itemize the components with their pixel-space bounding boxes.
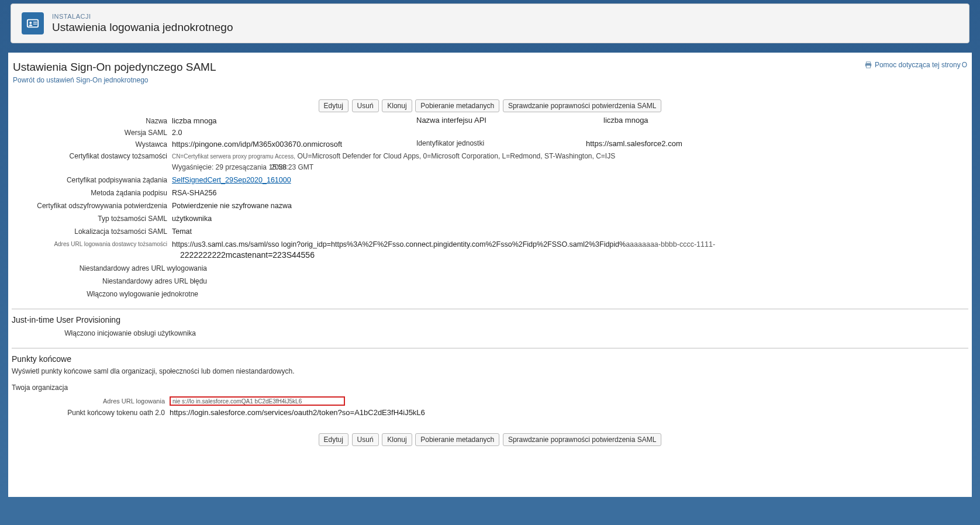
label-idp-login-url: Adres URL logowania dostawcy tożsamości	[13, 239, 172, 250]
divider-endpoints	[12, 348, 968, 348]
value-identity-loc: Temat	[172, 226, 967, 237]
validate-saml-button-bottom[interactable]: Sprawdzanie poprawności potwierdzenia SA…	[503, 433, 661, 446]
svg-rect-2	[33, 22, 37, 22]
edit-button[interactable]: Edytuj	[319, 99, 348, 112]
printer-icon	[864, 61, 872, 68]
value-oauth-token: https://login.salesforce.com/services/oa…	[170, 408, 969, 417]
label-slo-enabled: Włączono wylogowanie jednokrotne	[13, 289, 203, 299]
row-slo-enabled: Włączono wylogowanie jednokrotne	[13, 288, 967, 301]
help-suffix: O	[962, 61, 967, 69]
validate-saml-button[interactable]: Sprawdzanie poprawności potwierdzenia SA…	[503, 99, 661, 112]
login-url-part-a: https://us3.saml.cas.ms/saml/sso login?o…	[172, 240, 626, 248]
endpoints-org: Twoja organizacja	[11, 382, 969, 395]
row-assertion-decrypt: Certyfikat odszyfrowywania potwierdzenia…	[13, 199, 967, 212]
row-identity-type: Typ tożsamości SAML użytkownika	[13, 212, 967, 225]
download-metadata-button[interactable]: Pobieranie metadanych	[415, 99, 499, 112]
header-super: INSTALACJI	[52, 13, 233, 20]
row-req-sig-method: Metoda żądania podpisu RSA-SHA256	[13, 186, 967, 199]
row-custom-error: Niestandardowy adres URL błędu	[13, 275, 967, 288]
label-req-sign-cert: Certyfikat podpisywania żądania	[13, 175, 172, 185]
value-req-sig-method: RSA-SHA256	[172, 188, 967, 198]
login-url-part-c: 2222222222mcastenant=223S44556	[180, 250, 315, 260]
download-metadata-button-bottom[interactable]: Pobieranie metadanych	[415, 433, 499, 446]
content-panel: Ustawienia Sign-On pojedynczego SAML Pow…	[8, 53, 972, 497]
endpoints-sub: Wyświetl punkty końcowe saml dla organiz…	[11, 366, 969, 379]
value-version: 2.0	[172, 127, 967, 138]
value-login-url-container: nie s://lo in.salesforce.comQA1 bC2dE3fH…	[170, 396, 969, 406]
back-link[interactable]: Powrót do ustawień Sign-On jednokrotnego	[13, 76, 148, 84]
help-link[interactable]: Pomoc dotycząca tej strony O	[864, 61, 967, 69]
label-login-url: Adres URL logowania	[11, 398, 170, 405]
label-entity-id: Identyfikator jednostki	[416, 139, 609, 147]
clone-button[interactable]: Klonuj	[382, 99, 412, 112]
value-assertion-decrypt: Potwierdzenie nie szyfrowane nazwa	[172, 201, 967, 211]
label-api-name: Nazwa interfejsu API	[416, 116, 603, 125]
header-texts: INSTALACJI Ustawienia logowania jednokro…	[52, 13, 233, 34]
id-card-icon	[22, 12, 44, 34]
delete-button-bottom[interactable]: Usuń	[352, 433, 379, 446]
row-identity-loc: Lokalizacja tożsamości SAML Temat	[13, 225, 967, 238]
edit-button-bottom[interactable]: Edytuj	[319, 433, 348, 446]
row-version: Wersja SAML 2.0	[13, 126, 967, 139]
idp-cert-rest: OU=Microsoft Defender for Cloud Apps, 0=…	[297, 152, 615, 160]
login-url-highlight: nie s://lo in.salesforce.comQA1 bC2dE3fH…	[170, 396, 345, 406]
row-req-sign-cert: Certyfikat podpisywania żądania SelfSign…	[13, 174, 967, 186]
label-name: Nazwa	[13, 116, 172, 126]
page-title: Ustawienia Sign-On pojedynczego SAML	[13, 61, 216, 74]
idp-cert-cn: CN=Certyfikat serwera proxy programu Acc…	[172, 153, 295, 160]
row-jit-enabled: Włączono inicjowanie obsługi użytkownika	[11, 327, 969, 340]
row-idp-cert: Certyfikat dostawcy tożsamości CN=Certyf…	[13, 150, 967, 174]
idp-cert-year: 2028	[271, 162, 287, 172]
value-name: liczba mnoga	[172, 116, 416, 126]
delete-button[interactable]: Usuń	[352, 99, 379, 112]
label-identity-loc: Lokalizacja tożsamości SAML	[13, 226, 172, 237]
label-custom-logout: Niestandardowy adres URL wylogowania	[13, 263, 212, 274]
button-row-bottom: Edytuj Usuń Klonuj Pobieranie metadanych…	[11, 433, 969, 446]
label-identity-type: Typ tożsamości SAML	[13, 213, 172, 224]
label-assertion-decrypt: Certyfikat odszyfrowywania potwierdzenia	[13, 201, 172, 211]
value-api-name: liczba mnoga	[603, 116, 648, 125]
value-entity-id: https://saml.salesforce2.com	[586, 139, 682, 148]
endpoints-heading: Punkty końcowe	[11, 352, 969, 366]
row-name: Nazwa liczba mnoga Nazwa interfejsu API …	[13, 116, 967, 126]
svg-rect-4	[866, 62, 870, 64]
label-version: Wersja SAML	[13, 127, 172, 138]
idp-cert-expiry-prefix: Wygaśnięcie: 29 przesączania	[172, 163, 267, 171]
row-custom-logout: Niestandardowy adres URL wylogowania	[13, 262, 967, 275]
clone-button-bottom[interactable]: Klonuj	[382, 433, 412, 446]
help-text: Pomoc dotycząca tej strony	[875, 61, 961, 69]
value-req-sign-cert: SelfSignedCert_29Sep2020_161000	[172, 175, 967, 185]
label-idp-cert: Certyfikat dostawcy tożsamości	[13, 151, 172, 161]
value-issuer: https://pingone.com/idp/M365x003670.onmi…	[172, 139, 416, 150]
details-section: Nazwa liczba mnoga Nazwa interfejsu API …	[11, 116, 969, 301]
value-identity-type: użytkownika	[172, 213, 967, 224]
label-oauth-token: Punkt końcowy tokenu oath 2.0	[11, 409, 170, 417]
svg-rect-3	[33, 23, 37, 24]
row-oauth-token: Punkt końcowy tokenu oath 2.0 https://lo…	[11, 407, 969, 418]
svg-rect-6	[866, 65, 870, 68]
header-card: INSTALACJI Ustawienia logowania jednokro…	[11, 4, 969, 43]
link-req-sign-cert[interactable]: SelfSignedCert_29Sep2020_161000	[172, 176, 291, 184]
login-url-part-b: aaaaaaaa-bbbb-cccc-1111-	[626, 240, 715, 248]
divider-jit	[12, 309, 968, 309]
label-custom-error: Niestandardowy adres URL błędu	[13, 276, 212, 286]
top-background: INSTALACJI Ustawienia logowania jednokro…	[0, 0, 980, 497]
value-idp-login-url: https://us3.saml.cas.ms/saml/sso login?o…	[172, 239, 967, 261]
label-jit-enabled: Włączono inicjowanie obsługi użytkownika	[11, 328, 201, 339]
header-title: Ustawienia logowania jednokrotnego	[52, 21, 233, 34]
svg-point-1	[29, 22, 32, 24]
value-idp-cert: CN=Certyfikat serwera proxy programu Acc…	[172, 151, 967, 172]
content-head: Ustawienia Sign-On pojedynczego SAML Pow…	[11, 61, 969, 84]
label-issuer: Wystawca	[13, 139, 172, 150]
row-issuer: Wystawca https://pingone.com/idp/M365x00…	[13, 139, 967, 150]
row-idp-login-url: Adres URL logowania dostawcy tożsamości …	[13, 238, 967, 262]
label-req-sig-method: Metoda żądania podpisu	[13, 188, 172, 198]
jit-heading: Just-in-time User Provisioning	[11, 313, 969, 327]
row-login-url: Adres URL logowania nie s://lo in.salesf…	[11, 395, 969, 407]
button-row-top: Edytuj Usuń Klonuj Pobieranie metadanych…	[11, 99, 969, 112]
